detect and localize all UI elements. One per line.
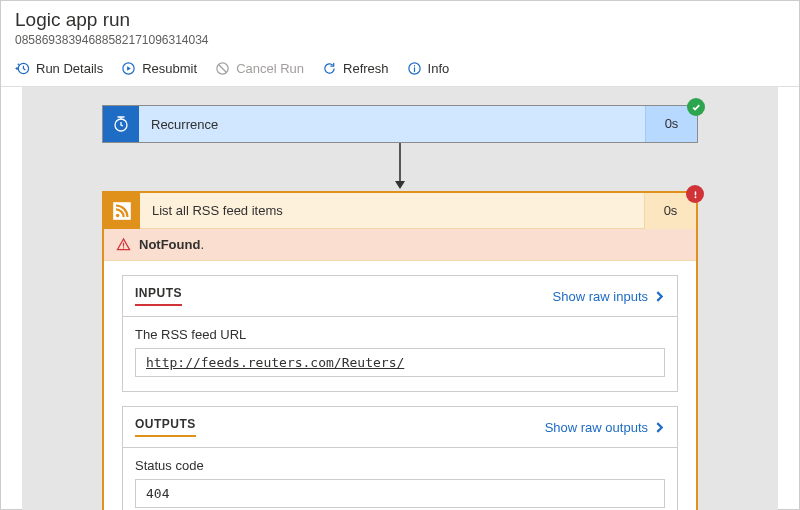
info-label: Info xyxy=(428,61,450,76)
inputs-title: INPUTS xyxy=(135,286,182,306)
refresh-icon xyxy=(322,61,337,76)
page-header: Logic app run 08586938394688582171096314… xyxy=(1,1,799,53)
run-id: 08586938394688582171096314034 xyxy=(15,33,785,47)
svg-point-10 xyxy=(116,213,120,217)
cancel-run-label: Cancel Run xyxy=(236,61,304,76)
svg-rect-6 xyxy=(694,191,695,195)
error-message-row: NotFound. xyxy=(104,229,696,261)
rss-label: List all RSS feed items xyxy=(140,203,644,218)
outputs-title: OUTPUTS xyxy=(135,417,196,437)
history-icon xyxy=(15,61,30,76)
resubmit-label: Resubmit xyxy=(142,61,197,76)
info-icon xyxy=(407,61,422,76)
page-title: Logic app run xyxy=(15,9,785,31)
success-badge xyxy=(687,98,705,116)
error-badge xyxy=(686,185,704,203)
info-button[interactable]: Info xyxy=(407,61,450,76)
outputs-field-label: Status code xyxy=(135,458,665,473)
chevron-right-icon xyxy=(654,291,665,302)
outputs-field-value: 404 xyxy=(135,479,665,508)
toolbar: Run Details Resubmit Cancel Run Refresh … xyxy=(1,53,799,87)
show-raw-inputs-link[interactable]: Show raw inputs xyxy=(553,289,665,304)
inputs-section: INPUTS Show raw inputs The RSS feed URL … xyxy=(122,275,678,392)
clock-icon xyxy=(103,106,139,142)
connector-arrow xyxy=(102,143,698,191)
error-text: NotFound. xyxy=(139,237,204,252)
outputs-section: OUTPUTS Show raw outputs Status code 404 xyxy=(122,406,678,510)
rss-icon xyxy=(104,193,140,229)
run-details-button[interactable]: Run Details xyxy=(15,61,103,76)
warning-icon xyxy=(116,237,131,252)
svg-point-7 xyxy=(694,196,696,198)
refresh-button[interactable]: Refresh xyxy=(322,61,389,76)
designer-canvas: Recurrence 0s List all RSS feed items 0s… xyxy=(22,87,778,510)
refresh-label: Refresh xyxy=(343,61,389,76)
inputs-field-value: http://feeds.reuters.com/Reuters/ xyxy=(135,348,665,377)
run-details-label: Run Details xyxy=(36,61,103,76)
recurrence-label: Recurrence xyxy=(139,117,645,132)
inputs-field-label: The RSS feed URL xyxy=(135,327,665,342)
show-raw-outputs-link[interactable]: Show raw outputs xyxy=(545,420,665,435)
svg-point-11 xyxy=(123,247,124,248)
cancel-run-button: Cancel Run xyxy=(215,61,304,76)
resubmit-button[interactable]: Resubmit xyxy=(121,61,197,76)
step-rss[interactable]: List all RSS feed items 0s NotFound. INP… xyxy=(102,191,698,510)
chevron-right-icon xyxy=(654,422,665,433)
cancel-icon xyxy=(215,61,230,76)
resubmit-icon xyxy=(121,61,136,76)
step-recurrence[interactable]: Recurrence 0s xyxy=(102,105,698,143)
